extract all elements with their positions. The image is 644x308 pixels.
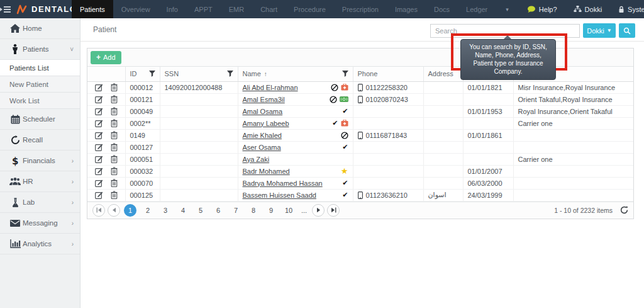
pager-first-button[interactable]: [92, 204, 105, 217]
patient-name-link[interactable]: Aya Zaki: [243, 156, 270, 163]
search-button[interactable]: [619, 23, 635, 38]
nav-item-ledger[interactable]: Ledger: [458, 0, 496, 18]
nav-item-emr[interactable]: EMR: [221, 0, 252, 18]
sidebar-item-work-list[interactable]: Work List: [0, 93, 80, 109]
cell-id: 0149: [125, 129, 160, 141]
help-link[interactable]: Help?: [519, 0, 565, 18]
pager-page-3[interactable]: 3: [159, 204, 172, 217]
pager-page-5[interactable]: 5: [194, 204, 207, 217]
pager-next-button[interactable]: [312, 204, 325, 217]
pager-page-6[interactable]: 6: [212, 204, 225, 217]
pager-page-8[interactable]: 8: [247, 204, 260, 217]
edit-row-icon[interactable]: [95, 167, 103, 175]
sidebar-item-new-patient[interactable]: New Patient: [0, 76, 80, 93]
table-row[interactable]: 000127 Aser Osama ✔: [87, 141, 633, 153]
nav-item-patients[interactable]: Patients: [72, 0, 113, 18]
edit-row-icon[interactable]: [95, 107, 103, 115]
table-row[interactable]: 000051 Aya Zaki Carrier one: [87, 153, 633, 165]
patient-name-link[interactable]: Amie Khaled: [243, 132, 282, 139]
add-patient-button[interactable]: + Add: [91, 51, 121, 64]
cell-birthdate: [463, 141, 513, 153]
nav-item-overview[interactable]: Overview: [113, 0, 158, 18]
table-row[interactable]: 000012 140920012000488 Ali Abd El-rahman…: [87, 81, 633, 93]
nav-item-chart[interactable]: Chart: [252, 0, 286, 18]
sidebar-item-financials[interactable]: $Financials›: [0, 151, 80, 171]
patient-name-link[interactable]: Amany Labeeb: [243, 120, 289, 127]
table-row[interactable]: 000049 Amal Osama ✔ 01/01/1953 Royal Ins…: [87, 105, 633, 117]
pager-page-7[interactable]: 7: [230, 204, 242, 217]
sidebar-item-patients-list[interactable]: Patients List: [0, 60, 80, 76]
pager-page-2[interactable]: 2: [142, 204, 154, 217]
cell-ssn: [160, 93, 238, 105]
delete-row-icon[interactable]: [111, 179, 118, 187]
delete-row-icon[interactable]: [111, 83, 118, 91]
delete-row-icon[interactable]: [111, 107, 118, 115]
dokki-nav-link[interactable]: Dokki: [565, 0, 611, 18]
column-id[interactable]: ID: [125, 67, 160, 81]
table-row[interactable]: 000125 Bassem Huissen Saadd ✔ 0112363621…: [87, 189, 633, 201]
patient-name-link[interactable]: Badr Mohamed: [243, 168, 290, 175]
nav-item-procedure[interactable]: Procedure: [286, 0, 334, 18]
delete-row-icon[interactable]: [111, 143, 118, 151]
table-row[interactable]: 000070 Badrya Mohamed Hassan ✔ 06/03/200…: [87, 177, 633, 189]
nav-item-images[interactable]: Images: [387, 0, 426, 18]
delete-row-icon[interactable]: [111, 95, 118, 103]
filter-funnel-icon[interactable]: [149, 71, 155, 77]
sidebar-item-analytics[interactable]: Analytics›: [0, 234, 80, 254]
column-ssn[interactable]: SSN: [160, 67, 238, 81]
dokki-dropdown-button[interactable]: Dokki ▼: [583, 23, 616, 38]
patient-name-link[interactable]: Amal Esma3il: [243, 96, 285, 103]
delete-row-icon[interactable]: [111, 191, 118, 199]
patient-name-link[interactable]: Ali Abd El-rahman: [243, 84, 298, 91]
cell-ssn: [160, 105, 238, 117]
people-icon: [8, 178, 23, 186]
delete-row-icon[interactable]: [111, 155, 118, 163]
pager-last-button[interactable]: [327, 204, 340, 217]
pager-page-1[interactable]: 1: [124, 204, 136, 217]
table-row[interactable]: 000032 Badr Mohamed ★ 01/01/2007: [87, 165, 633, 177]
edit-row-icon[interactable]: [95, 155, 103, 163]
sidebar-item-scheduler[interactable]: Scheduler: [0, 109, 80, 130]
edit-row-icon[interactable]: [95, 191, 103, 199]
nav-item-docs[interactable]: Docs: [426, 0, 458, 18]
sidebar-item-messaging[interactable]: Messaging›: [0, 213, 80, 234]
edit-row-icon[interactable]: [95, 143, 103, 151]
pager-page-4[interactable]: 4: [177, 204, 189, 217]
table-row[interactable]: 000121 Amal Esma3il 01020870243 Orient T…: [87, 93, 633, 105]
nav-item-prescription[interactable]: Prescription: [334, 0, 387, 18]
edit-row-icon[interactable]: [95, 119, 103, 127]
column-address[interactable]: Address: [423, 67, 463, 81]
patient-name-link[interactable]: Amal Osama: [243, 108, 283, 115]
patient-name-link[interactable]: Badrya Mohamed Hassan: [243, 180, 323, 187]
filter-funnel-icon[interactable]: [227, 71, 233, 77]
filter-funnel-icon[interactable]: [342, 71, 348, 77]
column-phone[interactable]: Phone: [353, 67, 423, 81]
edit-row-icon[interactable]: [95, 131, 103, 139]
patient-name-link[interactable]: Bassem Huissen Saadd: [243, 191, 316, 199]
nav-item-appt[interactable]: APPT: [186, 0, 221, 18]
patient-name-link[interactable]: Aser Osama: [243, 144, 281, 151]
user-menu[interactable]: System Administrator ▼: [610, 0, 644, 18]
refresh-icon[interactable]: [620, 206, 628, 214]
delete-row-icon[interactable]: [111, 167, 118, 175]
delete-row-icon[interactable]: [111, 131, 118, 139]
sidebar-item-recall[interactable]: Recall: [0, 130, 80, 151]
sidebar-item-patients[interactable]: Patients˅: [0, 39, 80, 60]
pager-page-10[interactable]: 10: [282, 204, 295, 217]
table-row[interactable]: 0149 Amie Khaled 01116871843 01/01/1861: [87, 129, 633, 141]
sidebar-collapse-icon[interactable]: [0, 0, 11, 18]
sidebar-item-home[interactable]: Home: [0, 18, 80, 39]
pager-page-9[interactable]: 9: [265, 204, 277, 217]
sidebar-item-hr[interactable]: HR›: [0, 171, 80, 192]
sidebar-item-lab[interactable]: Lab›: [0, 192, 80, 213]
nav-item-info[interactable]: Info: [158, 0, 186, 18]
app-brand[interactable]: DENTALORE: [11, 0, 72, 18]
pager-prev-button[interactable]: [108, 204, 120, 217]
column-name[interactable]: Name↑: [238, 67, 353, 81]
edit-row-icon[interactable]: [95, 95, 103, 103]
edit-row-icon[interactable]: [95, 83, 103, 91]
edit-row-icon[interactable]: [95, 179, 103, 187]
nav-overflow-caret-icon[interactable]: ▾: [496, 0, 519, 18]
table-row[interactable]: 0002** Amany Labeeb ✔ Carrier one: [87, 117, 633, 129]
delete-row-icon[interactable]: [111, 119, 118, 127]
